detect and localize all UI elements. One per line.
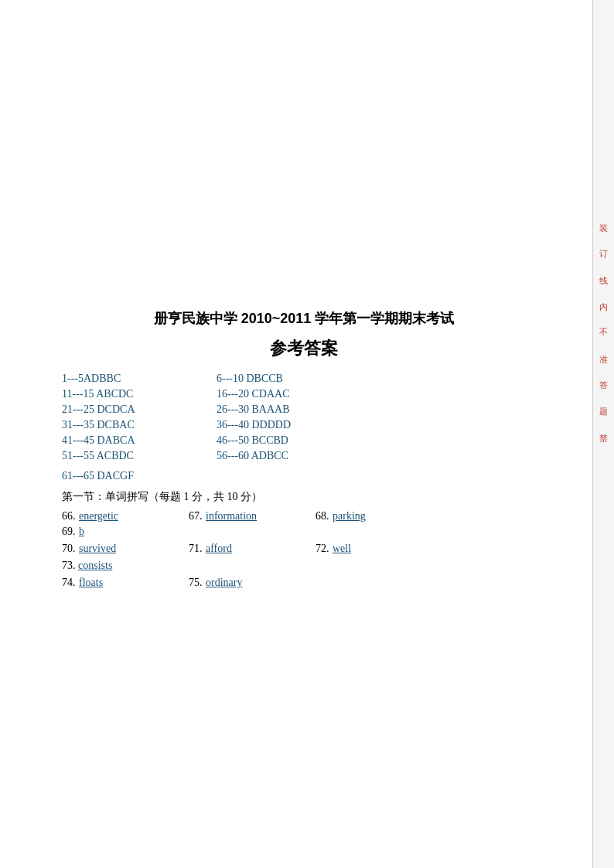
section1: 第一节：单词拼写（每题 1 分，共 10 分） 66. energetic 67… [62, 490, 546, 589]
sidebar-text-7: 答 [598, 374, 609, 376]
fill-col-69: 69. b [62, 526, 186, 538]
answer-56-60: 56---60 ADBCC [217, 450, 325, 462]
content-area: 册亨民族中学 2010~2011 学年第一学期期末考试 参考答案 1---5AD… [0, 0, 592, 868]
answer-row-3: 21---25 DCDCA 26---30 BAAAB [62, 403, 546, 416]
fill-answer-69: b [79, 526, 164, 538]
sidebar-text-3: 线 [598, 269, 609, 271]
answer-21-25: 21---25 DCDCA [62, 403, 170, 416]
fill-num-68: 68. [316, 510, 331, 523]
answer-row-4: 31---35 DCBAC 36---40 DDDDD [62, 419, 546, 431]
answer-31-35: 31---35 DCBAC [62, 419, 170, 431]
fill-num-67: 67. [189, 510, 204, 523]
fill-col-74: 74. floats [62, 577, 186, 589]
consists-row: 73. consists [62, 560, 546, 572]
top-blank [62, 31, 546, 309]
fill-answer-72: well [333, 543, 418, 555]
right-sidebar: 装 订 线 内 不 准 答 题 禁 [592, 0, 614, 868]
fill-num-72: 72. [316, 543, 331, 555]
answer-6-10: 6---10 DBCCB [217, 373, 325, 385]
fill-col-66: 66. energetic [62, 510, 186, 523]
fill-answer-67: information [206, 510, 291, 523]
fill-num-73: 73. [62, 560, 76, 571]
sidebar-text-4: 内 [598, 295, 609, 297]
fill-num-69: 69. [62, 526, 77, 538]
section1-title: 第一节：单词拼写（每题 1 分，共 10 分） [62, 490, 546, 504]
answer-11-15: 11---15 ABCDC [62, 388, 170, 400]
sub-title: 参考答案 [62, 337, 546, 360]
fill-answer-75: ordinary [206, 577, 291, 589]
fill-num-74: 74. [62, 577, 77, 589]
answer-36-40: 36---40 DDDDD [217, 419, 325, 431]
main-title: 册亨民族中学 2010~2011 学年第一学期期末考试 [62, 309, 546, 328]
fill-num-75: 75. [189, 577, 204, 589]
fill-answer-70: survived [79, 543, 164, 555]
sidebar-text-8: 题 [598, 400, 609, 402]
answer-1-5: 1---5ADBBC [62, 373, 170, 385]
fill-row-2: 70. survived 71. afford 72. well [62, 543, 546, 555]
fill-num-66: 66. [62, 510, 77, 523]
fill-col-75: 75. ordinary [189, 577, 312, 589]
fill-num-71: 71. [189, 543, 204, 555]
sidebar-text-6: 准 [598, 348, 609, 349]
extra-answer-line: 61---65 DACGF [62, 468, 546, 482]
answer-row-1: 1---5ADBBC 6---10 DBCCB [62, 373, 546, 385]
answer-26-30: 26---30 BAAAB [217, 403, 325, 416]
sidebar-text-2: 订 [598, 243, 609, 244]
fill-col-68: 68. parking [316, 510, 439, 523]
sidebar-text-5: 不 [598, 322, 609, 323]
fill-answer-71: afford [206, 543, 291, 555]
fill-col-70: 70. survived [62, 543, 186, 555]
fill-answer-66: energetic [79, 510, 164, 523]
fill-col-72: 72. well [316, 543, 439, 555]
sidebar-text-9: 禁 [598, 427, 609, 428]
fill-answer-68: parking [333, 510, 418, 523]
answer-row-2: 11---15 ABCDC 16---20 CDAAC [62, 388, 546, 400]
fill-row-1: 66. energetic 67. information 68. parkin… [62, 510, 546, 538]
fill-answer-74: floats [79, 577, 164, 589]
sidebar-text-1: 装 [598, 216, 609, 218]
answer-46-50: 46---50 BCCBD [217, 434, 325, 447]
answer-row-6: 51---55 ACBDC 56---60 ADBCC [62, 450, 546, 462]
fill-row-3: 74. floats 75. ordinary [62, 577, 546, 589]
page: 装 订 线 内 不 准 答 题 禁 册亨民族中学 2010~2011 学年第一学… [0, 0, 614, 868]
fill-num-70: 70. [62, 543, 77, 555]
fill-answer-73: consists [78, 560, 163, 572]
answer-41-45: 41---45 DABCA [62, 434, 170, 447]
answer-61-65: 61---65 DACGF [62, 470, 134, 482]
fill-col-67: 67. information [189, 510, 312, 523]
answer-51-55: 51---55 ACBDC [62, 450, 170, 462]
answer-16-20: 16---20 CDAAC [217, 388, 325, 400]
answer-row-5: 41---45 DABCA 46---50 BCCBD [62, 434, 546, 447]
fill-col-71: 71. afford [189, 543, 312, 555]
answer-block: 1---5ADBBC 6---10 DBCCB 11---15 ABCDC 16… [62, 373, 546, 462]
